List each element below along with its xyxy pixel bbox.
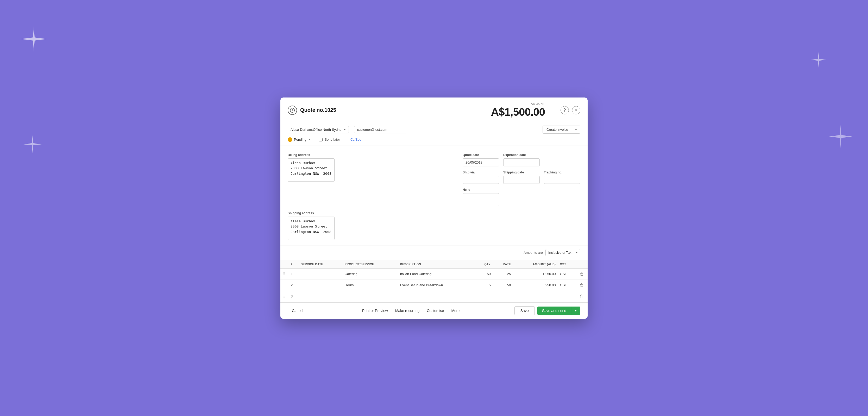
gst-cell[interactable]: GST: [558, 279, 576, 291]
col-rate: RATE: [493, 260, 513, 268]
col-qty: QTY: [476, 260, 493, 268]
delete-cell: 🗑: [576, 291, 588, 302]
quote-date-input[interactable]: [463, 158, 499, 166]
description-cell[interactable]: Italian Food Catering: [398, 268, 476, 279]
gst-cell[interactable]: GST: [558, 268, 576, 279]
send-later-checkbox[interactable]: [319, 138, 322, 141]
delete-cell: 🗑: [576, 279, 588, 291]
tracking-no-input[interactable]: [544, 176, 580, 184]
quote-date-group: Quote date: [463, 153, 499, 166]
footer-center: Print or Preview Make recurring Customis…: [361, 307, 461, 315]
shipping-address-label: Shipping address: [288, 211, 335, 215]
qty-cell[interactable]: [476, 291, 493, 302]
customise-button[interactable]: Customise: [426, 307, 445, 315]
footer-right: Save Save and send ▼: [515, 306, 580, 315]
drag-handle-icon[interactable]: ⠿: [282, 283, 285, 287]
amount-value: A$1,500.00: [491, 106, 545, 118]
make-recurring-button[interactable]: Make recurring: [394, 307, 421, 315]
rate-cell[interactable]: 50: [493, 279, 513, 291]
shipping-date-input[interactable]: [503, 176, 540, 184]
line-items-table: # SERVICE DATE PRODUCT/SERVICE DESCRIPTI…: [280, 260, 588, 302]
create-invoice-chevron-icon: ▼: [572, 126, 580, 133]
hello-input[interactable]: [463, 193, 499, 206]
amount-cell: 250.00: [513, 279, 558, 291]
description-cell[interactable]: [398, 291, 476, 302]
delete-row-button[interactable]: 🗑: [578, 282, 586, 288]
row-num-cell: 3: [289, 291, 299, 302]
modal-header: Quote no.1025 AMOUNT A$1,500.00 ? ✕ Ales…: [280, 98, 588, 146]
rate-cell[interactable]: [493, 291, 513, 302]
col-gst: GST: [558, 260, 576, 268]
ship-row: Ship via Shipping date Tracking no.: [463, 171, 580, 184]
qty-cell[interactable]: 5: [476, 279, 493, 291]
hello-row: Hello: [463, 188, 580, 206]
hello-group: Hello: [463, 188, 499, 206]
billing-address-input[interactable]: Alesa Durham 2008 Lawson Street Darlingt…: [288, 158, 335, 182]
header-actions: ? ✕: [561, 106, 580, 114]
save-and-send-chevron-icon: ▼: [571, 307, 580, 314]
line-items-table-section: # SERVICE DATE PRODUCT/SERVICE DESCRIPTI…: [280, 260, 588, 302]
service-date-cell[interactable]: [299, 268, 343, 279]
description-cell[interactable]: Event Setup and Breakdown: [398, 279, 476, 291]
table-row: ⠿ 1 Catering Italian Food Catering 50 25…: [280, 268, 588, 279]
drag-handle-icon[interactable]: ⠿: [282, 272, 285, 276]
rate-cell[interactable]: 25: [493, 268, 513, 279]
quote-modal: Quote no.1025 AMOUNT A$1,500.00 ? ✕ Ales…: [280, 98, 588, 319]
header-right: AMOUNT A$1,500.00 ? ✕: [491, 102, 580, 118]
delete-cell: 🗑: [576, 268, 588, 279]
cc-bcc-link[interactable]: Cc/Bcc: [350, 138, 361, 141]
table-header-row: # SERVICE DATE PRODUCT/SERVICE DESCRIPTI…: [280, 260, 588, 268]
service-date-cell[interactable]: [299, 291, 343, 302]
shipping-address-input[interactable]: Alesa Durham 2008 Lawson Street Darlingt…: [288, 216, 335, 240]
spacer2: [340, 153, 458, 206]
save-and-send-button[interactable]: Save and send ▼: [537, 307, 580, 315]
billing-address-group: Billing address Alesa Durham 2008 Lawson…: [288, 153, 335, 206]
hello-label: Hello: [463, 188, 499, 192]
col-delete: [576, 260, 588, 268]
close-button[interactable]: ✕: [572, 106, 580, 114]
customer-select[interactable]: Alesa Durham:Office North Sydne ▼: [288, 126, 349, 133]
modal-title-row: Quote no.1025 AMOUNT A$1,500.00 ? ✕: [288, 102, 580, 122]
ship-via-input[interactable]: [463, 176, 499, 184]
col-description: DESCRIPTION: [398, 260, 476, 268]
table-row: ⠿ 3 🗑: [280, 291, 588, 302]
ship-via-label: Ship via: [463, 171, 499, 174]
create-invoice-button[interactable]: Create invoice ▼: [542, 126, 580, 134]
create-invoice-label: Create invoice: [543, 126, 572, 133]
ship-via-group: Ship via: [463, 171, 499, 184]
amounts-are-row: Amounts are Inclusive of Tax Exclusive o…: [280, 245, 588, 260]
status-chevron-icon: ▼: [308, 138, 311, 141]
modal-title-left: Quote no.1025: [288, 106, 336, 115]
drag-handle-icon[interactable]: ⠿: [282, 294, 285, 299]
product-cell[interactable]: [343, 291, 398, 302]
amounts-are-select[interactable]: Inclusive of Tax Exclusive of Tax No Tax: [546, 249, 580, 256]
row-num-cell: 1: [289, 268, 299, 279]
product-cell[interactable]: Catering: [343, 268, 398, 279]
expiration-date-input[interactable]: [503, 158, 540, 166]
print-preview-button[interactable]: Print or Preview: [361, 307, 389, 315]
more-button[interactable]: More: [450, 307, 461, 315]
col-num: #: [289, 260, 299, 268]
drag-handle-cell: ⠿: [280, 279, 289, 291]
customer-select-value: Alesa Durham:Office North Sydne: [290, 128, 342, 132]
service-date-cell[interactable]: [299, 279, 343, 291]
col-service-date: SERVICE DATE: [299, 260, 343, 268]
email-input[interactable]: [354, 126, 406, 133]
delete-row-button[interactable]: 🗑: [578, 293, 586, 299]
amount-section: AMOUNT A$1,500.00: [491, 102, 545, 118]
expiration-date-group: Expiration date: [503, 153, 540, 166]
status-badge[interactable]: Pending ▼: [288, 137, 311, 142]
delete-row-button[interactable]: 🗑: [578, 271, 586, 277]
save-button[interactable]: Save: [515, 306, 535, 315]
top-controls: Alesa Durham:Office North Sydne ▼ Create…: [288, 122, 580, 137]
amount-cell: 1,250.00: [513, 268, 558, 279]
amounts-are-label: Amounts are: [524, 251, 543, 254]
cancel-button[interactable]: Cancel: [288, 307, 307, 315]
gst-cell[interactable]: [558, 291, 576, 302]
status-dot-icon: [288, 137, 292, 142]
quote-date-label: Quote date: [463, 153, 499, 157]
product-cell[interactable]: Hours: [343, 279, 398, 291]
tracking-no-label: Tracking no.: [544, 171, 580, 174]
qty-cell[interactable]: 50: [476, 268, 493, 279]
help-button[interactable]: ?: [561, 106, 569, 114]
